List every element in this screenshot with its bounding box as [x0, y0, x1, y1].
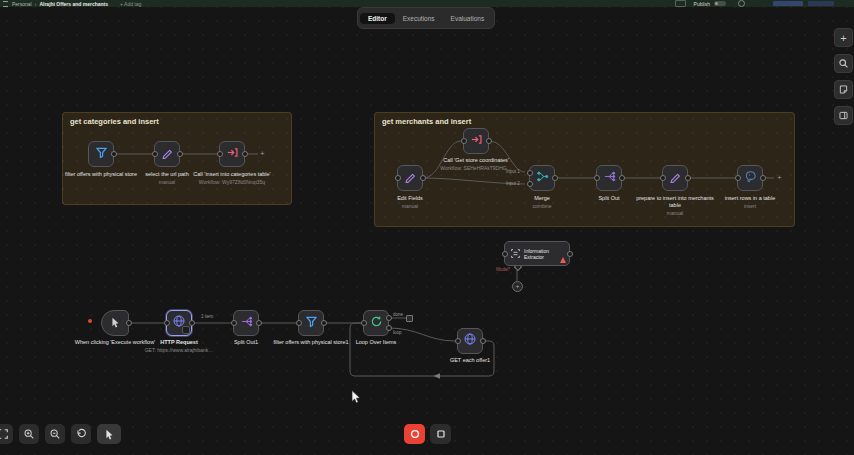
tab-evaluations[interactable]: Evaluations: [443, 13, 493, 24]
cursor-trigger-icon: [109, 314, 121, 332]
extractor-icon: [510, 245, 521, 263]
topbar-button-primary[interactable]: [773, 1, 803, 6]
tab-editor[interactable]: Editor: [360, 13, 395, 24]
split-out-icon: [603, 169, 616, 187]
node-filter-offers1[interactable]: [298, 310, 324, 336]
pointer-mode-button[interactable]: [97, 424, 121, 444]
node-merge[interactable]: [529, 165, 555, 191]
node-label: Loop Over Items: [334, 339, 418, 346]
topbar: Personal › Alrajhi Offers and merchants …: [0, 0, 854, 7]
edit-pencil-icon: [404, 169, 417, 187]
editor-tabs: Editor Executions Evaluations: [357, 7, 495, 29]
node-loop-over-items[interactable]: [363, 310, 389, 336]
merge-input2-label: Input 2: [506, 181, 520, 186]
stop-button[interactable]: [430, 424, 451, 444]
undo-icon: [75, 428, 87, 440]
done-output-endpoint[interactable]: [406, 315, 413, 322]
node-information-extractor[interactable]: Information Extractor: [504, 241, 570, 266]
split-out-icon: [240, 314, 253, 332]
panel-icon: [838, 110, 849, 121]
globe-icon: [463, 332, 477, 350]
node-filter-offers[interactable]: [88, 141, 114, 167]
edit-pencil-icon: [161, 145, 174, 163]
zoom-out-icon: [49, 428, 61, 440]
edit-pencil-icon: [669, 169, 682, 187]
reset-zoom-button[interactable]: [71, 424, 91, 444]
add-tag-button[interactable]: + Add tag: [120, 1, 141, 7]
filter-icon: [95, 145, 108, 163]
sticky-note-icon: [838, 84, 849, 95]
merge-icon: [536, 169, 549, 187]
node-split-out[interactable]: [596, 165, 622, 191]
zoom-out-button[interactable]: [45, 424, 65, 444]
mouse-cursor-icon: [351, 390, 361, 404]
breadcrumb-project[interactable]: Personal: [12, 1, 32, 7]
publish-label: Publish: [694, 1, 710, 7]
node-http-request[interactable]: [166, 310, 192, 336]
search-icon: [838, 58, 849, 69]
pointer-icon: [103, 428, 115, 440]
workflow-title[interactable]: Alrajhi Offers and merchants: [39, 1, 108, 7]
fit-view-icon: [0, 428, 9, 440]
canvas-controls: [0, 424, 121, 444]
sticky-note-button[interactable]: [834, 80, 853, 99]
record-circle-icon: [409, 428, 421, 440]
node-label: Edit Fieldsmanual: [368, 195, 452, 209]
fit-view-button[interactable]: [0, 424, 13, 444]
node-edit-fields[interactable]: [397, 165, 423, 191]
model-connector-label: Model*: [496, 267, 510, 272]
topbar-button-secondary[interactable]: [808, 1, 834, 6]
loop-icon: [370, 314, 383, 332]
filter-icon: [305, 314, 318, 332]
record-button[interactable]: [404, 424, 425, 444]
node-call-insert-categories[interactable]: [219, 141, 245, 167]
execution-marker: [88, 319, 92, 323]
node-select-url-path[interactable]: [154, 141, 180, 167]
node-label: prepare to insert into merchants tablema…: [633, 195, 717, 216]
loop-done-label: done: [393, 312, 403, 317]
tab-executions[interactable]: Executions: [395, 13, 443, 24]
n8n-workflow-editor: Personal › Alrajhi Offers and merchants …: [0, 0, 854, 455]
node-prepare-insert[interactable]: [662, 165, 688, 191]
loop-loop-label: loop: [393, 330, 402, 335]
node-insert-rows-postgres[interactable]: [737, 165, 763, 191]
node-get-each-offer[interactable]: [457, 328, 483, 354]
zoom-in-icon: [23, 428, 35, 440]
node-label: Call 'insert into categories table'Workf…: [190, 171, 274, 185]
panel-layout-button[interactable]: [834, 106, 853, 125]
recorder-bar: [404, 424, 451, 444]
right-toolbar: +: [834, 28, 853, 125]
zoom-in-button[interactable]: [19, 424, 39, 444]
node-label: insert rows in a tableinsert: [708, 195, 792, 209]
topbar-grid-icon[interactable]: [675, 0, 686, 7]
node-manual-trigger[interactable]: [101, 310, 129, 336]
warning-icon: [560, 257, 566, 263]
node-split-out1[interactable]: [233, 310, 259, 336]
publish-toggle[interactable]: [714, 1, 726, 6]
menu-icon[interactable]: [3, 1, 8, 7]
add-node-button[interactable]: +: [834, 28, 853, 47]
breadcrumb-chevron-icon: ›: [35, 1, 37, 7]
edge-label-items: 1 item: [201, 314, 213, 319]
add-model-button[interactable]: +: [512, 281, 523, 292]
share-icon[interactable]: [738, 0, 745, 7]
node-label: GET each offer1: [428, 357, 512, 364]
stop-square-icon: [435, 428, 447, 440]
call-workflow-icon: [226, 145, 239, 163]
call-workflow-icon: [470, 132, 483, 150]
note-badge: [182, 326, 190, 334]
node-call-get-store-coordinates[interactable]: [463, 128, 489, 154]
node-label: Call 'Get store coordinates'Workflow: SE…: [434, 157, 518, 171]
postgres-icon: [744, 169, 757, 187]
loopback-arrow-icon: [434, 373, 441, 379]
add-next-node-button[interactable]: +: [260, 150, 265, 158]
search-button[interactable]: [834, 54, 853, 73]
add-next-node-button[interactable]: +: [777, 174, 782, 182]
connections-layer: [0, 0, 854, 455]
